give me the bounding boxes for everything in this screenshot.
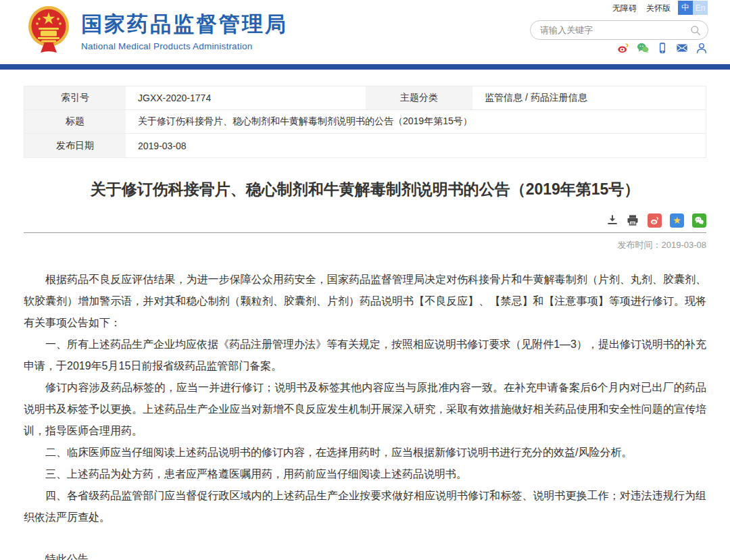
site-brand[interactable]: 国家药品监督管理局 National Medical Products Admi… bbox=[27, 5, 288, 55]
mail-icon[interactable] bbox=[676, 42, 688, 54]
header-social-icons bbox=[617, 42, 708, 54]
publish-time: 发布时间：2019-03-08 bbox=[24, 239, 706, 251]
share-qzone-icon[interactable]: ★ bbox=[670, 213, 684, 228]
publish-date-value: 2019-03-08 bbox=[126, 134, 706, 157]
wechat-icon[interactable] bbox=[637, 42, 649, 54]
care-mode-link[interactable]: 关怀版 bbox=[646, 3, 671, 14]
utility-links: 无障碍 关怀版 bbox=[612, 3, 671, 14]
paragraph: 三、上述药品为处方药，患者应严格遵医嘱用药，用药前应当仔细阅读上述药品说明书。 bbox=[24, 463, 706, 485]
print-icon[interactable] bbox=[626, 213, 639, 227]
table-row: 索引号 JGXX-2020-1774 主题分类 监管信息 / 药品注册信息 bbox=[24, 86, 706, 110]
user-icon[interactable] bbox=[696, 42, 708, 54]
publish-time-value: 2019-03-08 bbox=[662, 240, 707, 250]
download-icon[interactable] bbox=[606, 213, 619, 227]
search-icon[interactable] bbox=[690, 25, 701, 36]
search-box bbox=[530, 20, 708, 40]
national-emblem-logo bbox=[27, 5, 70, 55]
site-title-en: National Medical Products Administration bbox=[81, 41, 288, 51]
index-number-label: 索引号 bbox=[24, 86, 126, 109]
lang-en-button[interactable]: En bbox=[693, 1, 708, 15]
page: 国家药品监督管理局 National Medical Products Admi… bbox=[0, 0, 730, 560]
header-divider-bar bbox=[0, 64, 730, 70]
lang-zh-button[interactable]: 中 bbox=[678, 1, 693, 15]
document-meta-table: 索引号 JGXX-2020-1774 主题分类 监管信息 / 药品注册信息 标题… bbox=[24, 86, 706, 158]
publish-time-label: 发布时间： bbox=[618, 240, 662, 250]
page-title: 关于修订伤科接骨片、稳心制剂和牛黄解毒制剂说明书的公告（2019年第15号） bbox=[24, 179, 706, 200]
article-tools: ★ bbox=[24, 213, 706, 228]
share-weibo-icon[interactable] bbox=[648, 213, 662, 228]
title-divider bbox=[24, 232, 706, 233]
paragraph: 二、临床医师应当仔细阅读上述药品说明书的修订内容，在选择用药时，应当根据新修订说… bbox=[24, 442, 706, 463]
search-input[interactable] bbox=[540, 25, 690, 35]
topic-category-value: 监管信息 / 药品注册信息 bbox=[472, 86, 706, 109]
site-header: 国家药品监督管理局 National Medical Products Admi… bbox=[0, 0, 730, 64]
article-body: 根据药品不良反应评估结果，为进一步保障公众用药安全，国家药品监督管理局决定对伤科… bbox=[24, 269, 706, 560]
mobile-icon[interactable] bbox=[656, 42, 668, 54]
table-row: 发布日期 2019-03-08 bbox=[24, 134, 706, 157]
paragraph: 一、所有上述药品生产企业均应依据《药品注册管理办法》等有关规定，按照相应说明书修… bbox=[24, 334, 706, 377]
publish-date-label: 发布日期 bbox=[24, 134, 126, 157]
main-content: 索引号 JGXX-2020-1774 主题分类 监管信息 / 药品注册信息 标题… bbox=[24, 86, 706, 560]
paragraph: 四、各省级药品监管部门应当督促行政区域内的上述药品生产企业按要求做好相应说明书修… bbox=[24, 485, 706, 528]
site-title-zh: 国家药品监督管理局 bbox=[81, 10, 288, 39]
paragraph: 根据药品不良反应评估结果，为进一步保障公众用药安全，国家药品监督管理局决定对伤科… bbox=[24, 269, 706, 334]
language-switch: 中 En bbox=[678, 1, 708, 15]
accessibility-link[interactable]: 无障碍 bbox=[612, 3, 637, 14]
weibo-icon[interactable] bbox=[617, 42, 629, 54]
share-wechat-icon[interactable] bbox=[692, 213, 706, 228]
paragraph: 修订内容涉及药品标签的，应当一并进行修订；说明书及标签其他内容应当与原批准内容一… bbox=[24, 377, 706, 442]
table-row: 标题 关于修订伤科接骨片、稳心制剂和牛黄解毒制剂说明书的公告（2019年第15号… bbox=[24, 110, 706, 134]
topic-category-label: 主题分类 bbox=[366, 86, 472, 109]
title-label: 标题 bbox=[24, 110, 126, 133]
closing-statement: 特此公告。 bbox=[24, 549, 706, 560]
title-value: 关于修订伤科接骨片、稳心制剂和牛黄解毒制剂说明书的公告（2019年第15号） bbox=[126, 110, 706, 133]
index-number-value: JGXX-2020-1774 bbox=[126, 86, 366, 109]
